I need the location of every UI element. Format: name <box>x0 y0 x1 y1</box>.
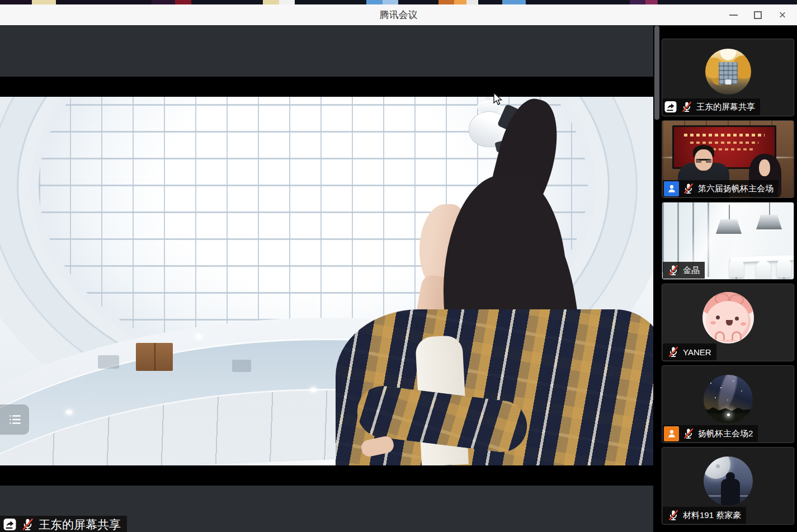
presenter-man-glasses <box>696 159 711 163</box>
shared-video-content <box>0 97 653 465</box>
participant-name: YANER <box>683 347 711 357</box>
participant-label: 第六届扬帆杯主会场 <box>663 180 779 197</box>
screen-share-icon <box>664 100 677 114</box>
list-icon <box>8 412 22 427</box>
moon-crater <box>707 458 712 463</box>
avatar-eye <box>716 316 720 319</box>
avatar-mouth <box>726 320 733 326</box>
avatar-building <box>719 62 738 84</box>
minimize-button[interactable] <box>721 4 746 26</box>
mic-muted-icon <box>21 517 35 531</box>
avatar-hand <box>732 331 742 340</box>
mic-muted-icon <box>682 427 695 440</box>
pendant-lamp <box>716 219 742 234</box>
chair <box>756 261 771 280</box>
participant-tile[interactable]: 第六届扬帆杯主会场 <box>662 120 794 198</box>
presenter-label: 王东的屏幕共享 <box>0 516 127 532</box>
moon-crater <box>716 464 720 468</box>
participant-name: 扬帆杯主会场2 <box>698 429 753 439</box>
cohost-badge <box>664 426 679 441</box>
avatar <box>705 49 751 95</box>
participant-name: 第六届扬帆杯主会场 <box>698 183 774 194</box>
avatar-eye <box>735 317 739 321</box>
participant-list-button[interactable] <box>0 404 29 435</box>
shared-screen-stage: 王东的屏幕共享 <box>0 26 653 532</box>
person-silhouette-body <box>721 479 740 506</box>
close-button[interactable]: × <box>770 4 795 26</box>
ceiling-light <box>66 410 72 415</box>
participant-tile[interactable]: 王东的屏幕共享 <box>662 39 794 116</box>
person-icon <box>667 429 677 439</box>
minimize-icon <box>729 15 738 16</box>
mic-muted-icon <box>667 264 680 276</box>
titlebar: 腾讯会议 × <box>0 4 797 26</box>
mic-muted-icon <box>681 101 693 113</box>
pendant-lamp <box>756 215 782 229</box>
participant-label: 金晶 <box>663 262 705 279</box>
ceiling-vent <box>98 355 119 369</box>
participant-name: 王东的屏幕共享 <box>696 102 755 112</box>
participant-tile[interactable]: 材料191 蔡家豪 <box>662 447 794 525</box>
presenter-woman-face <box>759 159 770 176</box>
participant-tiles: 王东的屏幕共享 <box>662 39 794 525</box>
avatar <box>704 375 753 424</box>
wooden-door <box>136 343 173 371</box>
participant-tile[interactable]: YANER <box>662 284 794 361</box>
flashlight-glow <box>727 413 730 416</box>
avatar-hand <box>715 331 725 340</box>
banner-text-line <box>690 142 758 144</box>
avatar <box>702 292 754 343</box>
participant-name: 金晶 <box>683 265 700 276</box>
participant-label: 扬帆杯主会场2 <box>663 425 758 442</box>
window-controls: × <box>721 4 795 26</box>
screen-share-icon <box>3 517 17 531</box>
participant-label: 材料191 蔡家豪 <box>663 507 746 524</box>
avatar <box>704 456 753 506</box>
participant-name: 材料191 蔡家豪 <box>683 510 741 521</box>
maximize-icon <box>754 11 762 19</box>
participant-tile[interactable]: 金晶 <box>662 202 794 280</box>
ceiling-light <box>310 388 317 392</box>
avatar-blush <box>710 321 716 324</box>
participant-label: 王东的屏幕共享 <box>663 98 760 115</box>
participant-label: YANER <box>663 343 716 360</box>
participant-tile[interactable]: 扬帆杯主会场2 <box>662 365 794 443</box>
shared-screen-frame <box>0 77 653 486</box>
participants-sidebar: 王东的屏幕共享 <box>653 26 797 532</box>
sidebar-scrollbar[interactable] <box>654 26 659 120</box>
mic-muted-icon <box>667 509 680 521</box>
close-icon: × <box>779 9 786 21</box>
moon-crater <box>718 456 721 458</box>
ceiling-vent <box>232 360 251 372</box>
chair <box>777 258 791 277</box>
background-apps-sliver <box>0 0 797 4</box>
tencent-meeting-window: 腾讯会议 × <box>0 0 797 532</box>
avatar-blush <box>741 322 746 326</box>
avatar-face <box>706 301 751 342</box>
mic-muted-icon <box>667 346 680 358</box>
host-badge <box>664 181 679 196</box>
window-title: 腾讯会议 <box>0 4 797 26</box>
mouse-cursor <box>493 92 503 106</box>
mic-muted-icon <box>682 182 695 195</box>
presenter-name: 王东的屏幕共享 <box>39 517 121 532</box>
banner-text-line <box>684 134 765 136</box>
milky-way <box>714 375 741 414</box>
stars <box>710 383 711 384</box>
ceiling-light <box>196 335 202 339</box>
maximize-button[interactable] <box>746 4 770 26</box>
chair <box>729 258 744 277</box>
person-icon <box>667 183 677 194</box>
